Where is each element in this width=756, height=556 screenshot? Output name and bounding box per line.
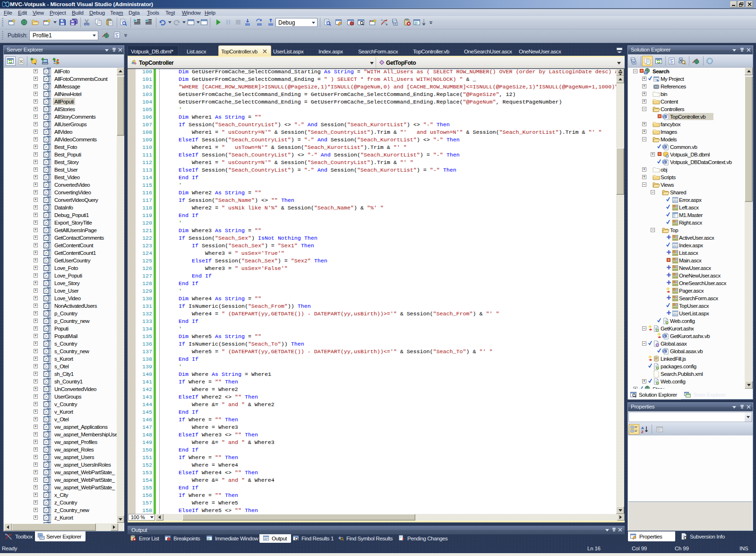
svg-text:Z: Z: [641, 430, 644, 434]
